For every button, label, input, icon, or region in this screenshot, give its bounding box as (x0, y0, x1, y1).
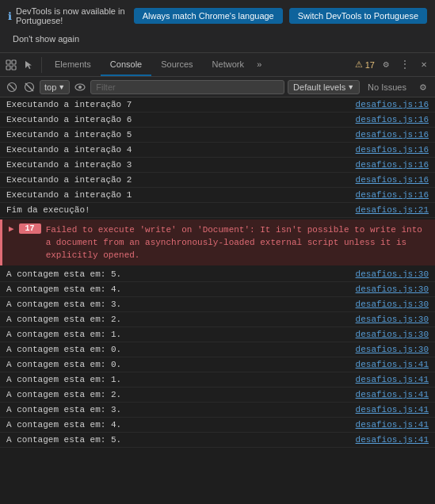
inspect-icon[interactable] (3, 57, 19, 73)
table-row: Executando a interação 4desafios.js:16 (0, 143, 435, 158)
row-link[interactable]: desafios.js:16 (356, 158, 429, 171)
svg-rect-0 (6, 60, 10, 64)
row-text: Executando a interação 2 (6, 174, 356, 186)
warning-badge: ⚠ 17 (355, 59, 375, 70)
table-row: A contagem esta em: 1.desafios.js:41 (0, 372, 435, 388)
row-text: Executando a interação 6 (6, 113, 356, 126)
svg-point-9 (78, 86, 82, 89)
row-text: A contagem esta em: 1. (6, 328, 356, 341)
error-block: ▶ 17 Failed to execute 'write' on 'Docum… (0, 220, 435, 265)
row-link[interactable]: desafios.js:30 (356, 298, 429, 311)
default-levels-select[interactable]: Default levels ▼ (288, 80, 360, 94)
filter-input[interactable] (90, 80, 284, 94)
toolbar-icons-left (3, 57, 42, 73)
row-link[interactable]: desafios.js:41 (356, 433, 429, 446)
row-link[interactable]: desafios.js:41 (356, 403, 429, 416)
tab-more[interactable]: » (254, 60, 265, 70)
row-text: A contagem esta em: 2. (6, 388, 356, 401)
tab-network[interactable]: Network (203, 53, 254, 76)
row-link[interactable]: desafios.js:30 (356, 313, 429, 326)
clear-console-icon[interactable] (5, 80, 19, 94)
table-row: A contagem esta em: 3.desafios.js:30 (0, 297, 435, 312)
row-text: A contagem esta em: 3. (6, 403, 356, 416)
error-triangle-icon: ▶ (9, 223, 14, 234)
row-link[interactable]: desafios.js:41 (356, 373, 429, 386)
row-text: A contagem esta em: 3. (6, 298, 356, 311)
switch-language-button[interactable]: Switch DevTools to Portuguese (289, 8, 427, 24)
console-settings-icon[interactable]: ⚙ (416, 80, 430, 94)
svg-rect-2 (12, 60, 16, 64)
row-link[interactable]: desafios.js:41 (356, 388, 429, 401)
table-row: A contagem esta em: 2.desafios.js:30 (0, 312, 435, 327)
table-row: Executando a interação 5desafios.js:16 (0, 128, 435, 143)
devtools-toolbar: Elements Console Sources Network » ⚠ 17 … (0, 53, 435, 77)
info-icon: ℹ (8, 10, 12, 22)
table-row: A contagem esta em: 3.desafios.js:41 (0, 403, 435, 418)
table-row: A contagem esta em: 5.desafios.js:41 (0, 433, 435, 448)
table-row: A contagem esta em: 0.desafios.js:41 (0, 357, 435, 372)
row-link[interactable]: desafios.js:30 (356, 343, 429, 356)
row-text: Executando a interação 3 (6, 158, 356, 171)
row-link[interactable]: desafios.js:16 (356, 128, 429, 141)
table-row: Executando a interação 1desafios.js:16 (0, 188, 435, 203)
error-count-badge: 17 (19, 223, 41, 234)
row-link[interactable]: desafios.js:16 (356, 98, 429, 111)
row-text: A contagem esta em: 2. (6, 313, 356, 326)
row-text: Fim da execução! (6, 204, 356, 216)
row-text: A contagem esta em: 0. (6, 358, 356, 371)
row-text: A contagem esta em: 5. (6, 268, 356, 281)
table-row: A contagem esta em: 1.desafios.js:30 (0, 327, 435, 342)
more-options-icon[interactable]: ⋮ (397, 57, 413, 73)
levels-chevron-icon: ▼ (347, 83, 354, 91)
console-content: Executando a interação 7desafios.js:16Ex… (0, 97, 435, 504)
console-toolbar: top ▼ Default levels ▼ No Issues ⚙ (0, 77, 435, 97)
chevron-down-icon: ▼ (58, 83, 65, 91)
close-devtools-icon[interactable]: ✕ (416, 57, 432, 73)
row-link[interactable]: desafios.js:16 (356, 189, 429, 201)
row-text: A contagem esta em: 5. (6, 433, 356, 446)
warning-triangle-icon: ⚠ (355, 59, 363, 70)
toolbar-right: ⚠ 17 ⚙ ⋮ ✕ (355, 57, 432, 73)
table-row: Executando a interação 6desafios.js:16 (0, 113, 435, 128)
row-link[interactable]: desafios.js:30 (356, 268, 429, 281)
row-link[interactable]: desafios.js:21 (356, 204, 429, 216)
row-link[interactable]: desafios.js:41 (356, 418, 429, 431)
table-row: A contagem esta em: 4.desafios.js:41 (0, 418, 435, 433)
row-link[interactable]: desafios.js:16 (356, 174, 429, 186)
row-link[interactable]: desafios.js:30 (356, 283, 429, 296)
dont-show-button[interactable]: Don't show again (8, 32, 84, 46)
row-text: A contagem esta em: 4. (6, 418, 356, 431)
tab-list: Elements Console Sources Network » (45, 53, 355, 76)
row-text: Executando a interação 5 (6, 128, 356, 141)
row-text: A contagem esta em: 0. (6, 343, 356, 356)
svg-rect-1 (6, 66, 10, 70)
no-issues-label: No Issues (363, 82, 411, 92)
svg-line-5 (10, 84, 15, 90)
cursor-icon[interactable] (21, 57, 36, 73)
table-row: A contagem esta em: 4.desafios.js:30 (0, 282, 435, 297)
table-row: Executando a interação 3desafios.js:16 (0, 158, 435, 173)
block-icon[interactable] (22, 80, 36, 94)
tab-sources[interactable]: Sources (151, 53, 202, 76)
svg-rect-3 (12, 66, 16, 70)
row-text: Executando a interação 7 (6, 98, 356, 111)
row-link[interactable]: desafios.js:16 (356, 143, 429, 156)
row-text: Executando a interação 1 (6, 189, 356, 201)
table-row: Executando a interação 7desafios.js:16 (0, 97, 435, 113)
table-row: A contagem esta em: 2.desafios.js:41 (0, 388, 435, 403)
match-language-button[interactable]: Always match Chrome's language (134, 8, 283, 24)
row-text: A contagem esta em: 1. (6, 373, 356, 386)
top-select[interactable]: top ▼ (40, 80, 70, 94)
table-row: Fim da execução!desafios.js:21 (0, 203, 435, 218)
row-text: Executando a interação 4 (6, 143, 356, 156)
tab-elements[interactable]: Elements (45, 53, 101, 76)
tab-console[interactable]: Console (101, 53, 151, 76)
table-row: Executando a interação 2desafios.js:16 (0, 173, 435, 188)
eye-icon[interactable] (73, 80, 87, 94)
row-link[interactable]: desafios.js:30 (356, 328, 429, 341)
table-row: A contagem esta em: 5.desafios.js:30 (0, 267, 435, 282)
notification-text: ℹ DevTools is now available in Portugues… (8, 6, 128, 25)
row-link[interactable]: desafios.js:41 (356, 358, 429, 371)
settings-gear-icon[interactable]: ⚙ (378, 57, 394, 73)
row-link[interactable]: desafios.js:16 (356, 113, 429, 126)
